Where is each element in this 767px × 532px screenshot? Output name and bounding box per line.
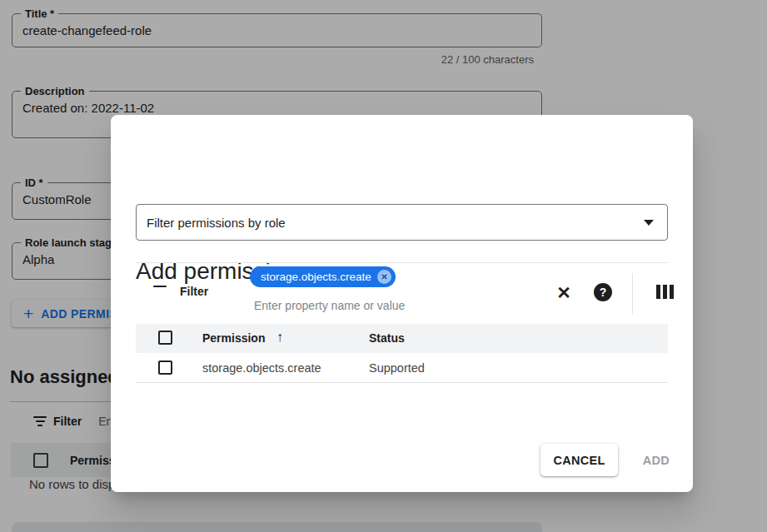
help-icon[interactable]: ? [594,283,612,301]
add-button[interactable]: ADD [631,444,681,476]
chevron-down-icon [644,220,654,226]
filter-chip-text: storage.objects.create [261,271,371,283]
role-filter-select-value: Filter permissions by role [147,216,644,230]
permissions-table-header: Permission ↑ Status [136,324,668,353]
sort-ascending-icon[interactable]: ↑ [276,330,283,345]
role-filter-select[interactable]: Filter permissions by role [136,204,668,241]
permissions-filter-toolbar: Filter storage.objects.create ✕ ✕ ? [136,262,668,324]
clear-filters-icon[interactable]: ✕ [552,281,575,305]
column-status[interactable]: Status [369,331,405,345]
filter-chip[interactable]: storage.objects.create ✕ [250,266,396,287]
remove-chip-icon[interactable]: ✕ [377,270,391,284]
add-permissions-dialog: Add permissions Filter permissions by ro… [111,115,693,492]
cell-permission: storage.objects.create [202,361,321,375]
divider [632,273,633,315]
column-options-icon[interactable] [655,285,674,300]
page: Title * create-changefeed-role 22 / 100 … [0,0,767,532]
filter-label: Filter [180,285,208,298]
select-all-checkbox[interactable] [158,331,172,345]
row-checkbox[interactable] [158,360,172,375]
cell-status: Supported [369,361,425,375]
cancel-button[interactable]: CANCEL [540,444,618,476]
table-row[interactable]: storage.objects.create Supported [136,353,668,383]
filter-input[interactable] [254,296,471,315]
column-permission[interactable]: Permission [202,331,265,345]
